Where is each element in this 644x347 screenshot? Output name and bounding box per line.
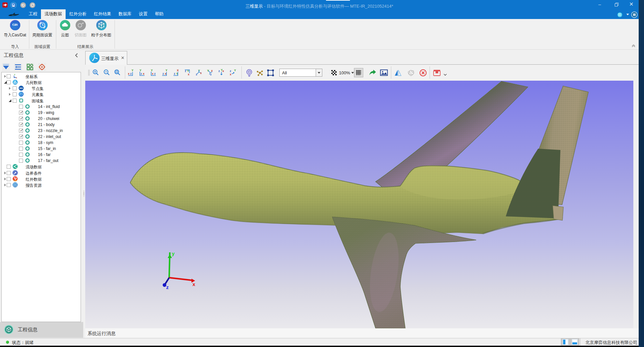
svg-text:Y: Y bbox=[151, 69, 153, 72]
svg-text:z: z bbox=[174, 72, 175, 75]
svg-text:Y: Y bbox=[221, 69, 223, 72]
svg-text:z: z bbox=[154, 72, 156, 75]
svg-text:z: z bbox=[196, 73, 197, 76]
svg-text:Y: Y bbox=[140, 69, 142, 72]
svg-text:x: x bbox=[200, 71, 202, 75]
svg-text:z: z bbox=[166, 284, 169, 290]
svg-text:x: x bbox=[230, 73, 231, 76]
svg-text:x: x bbox=[16, 77, 17, 79]
svg-text:Y: Y bbox=[207, 69, 209, 72]
svg-text:z: z bbox=[218, 69, 220, 73]
svg-text:X: X bbox=[177, 69, 179, 72]
svg-text:z: z bbox=[210, 73, 211, 76]
svg-text:x: x bbox=[188, 73, 189, 76]
svg-text:z: z bbox=[141, 72, 142, 75]
svg-text:Y: Y bbox=[234, 69, 236, 72]
svg-text:z: z bbox=[14, 76, 15, 78]
svg-text:x: x bbox=[192, 281, 195, 287]
svg-text:x: x bbox=[222, 69, 224, 73]
svg-text:Y: Y bbox=[132, 69, 134, 72]
svg-text:Y: Y bbox=[14, 74, 15, 76]
svg-text:x: x bbox=[143, 72, 145, 75]
svg-text:z: z bbox=[230, 69, 231, 73]
svg-text:z: z bbox=[162, 72, 164, 75]
svg-text:x: x bbox=[152, 72, 154, 75]
svg-text:z: z bbox=[130, 72, 132, 75]
svg-text:y: y bbox=[172, 251, 175, 256]
svg-text:x: x bbox=[128, 72, 130, 75]
svg-text:Y: Y bbox=[165, 69, 167, 72]
